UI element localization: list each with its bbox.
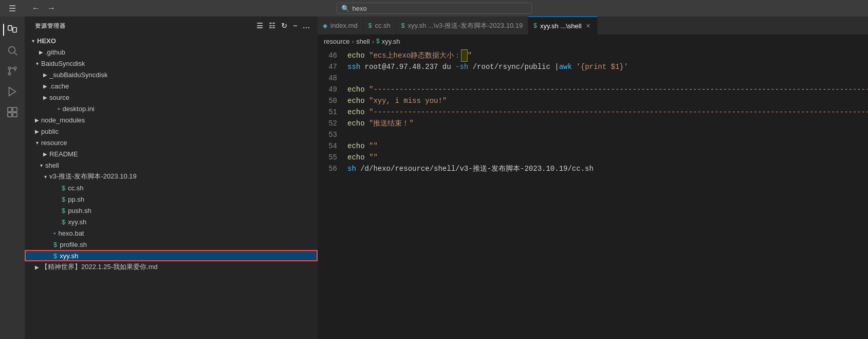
tab-label-xyy-sh-shell: xyy.sh ...\shell bbox=[540, 22, 582, 30]
new-file-icon[interactable]: ☰ bbox=[255, 21, 265, 31]
svg-line-3 bbox=[14, 52, 17, 55]
svg-rect-10 bbox=[8, 113, 12, 117]
tree-item-pp-sh[interactable]: $ pp.sh bbox=[25, 193, 318, 205]
search-text: hexo bbox=[353, 5, 367, 12]
tree-item-cache[interactable]: ▶ .cache bbox=[25, 80, 318, 92]
more-actions-icon[interactable]: ... bbox=[302, 21, 311, 31]
nav-buttons: ← → bbox=[25, 3, 59, 14]
search-box[interactable]: 🔍 hexo bbox=[337, 3, 532, 14]
sidebar: 资源管理器 ☰ ☷ ↻ − ... ▾ HEXO bbox=[25, 16, 318, 339]
tree-item-push-sh[interactable]: $ push.sh bbox=[25, 205, 318, 216]
breadcrumb-xyy-sh[interactable]: xyy.sh bbox=[382, 38, 400, 45]
tree-item-v3-folder[interactable]: ▾ v3-推送-发布脚本-2023.10.19 bbox=[25, 171, 318, 182]
breadcrumb-resource[interactable]: resource bbox=[324, 38, 350, 45]
code-line-54: echo "" bbox=[347, 140, 868, 152]
tree-item-xyy-sh-selected[interactable]: $ xyy.sh bbox=[25, 250, 318, 261]
code-line-52: echo "推送结束！" bbox=[347, 118, 868, 129]
tree-item-public[interactable]: ▶ public bbox=[25, 126, 318, 137]
tab-index-md[interactable]: ◆ index.md bbox=[318, 16, 363, 34]
tree-item-jingshen[interactable]: ▶ 【精神世界】2022.1.25-我如果爱你.md bbox=[25, 261, 318, 273]
sidebar-header: 资源管理器 ☰ ☷ ↻ − ... bbox=[25, 16, 318, 35]
new-folder-icon[interactable]: ☷ bbox=[268, 21, 277, 31]
code-line-48 bbox=[347, 73, 868, 84]
menu-button[interactable]: ☰ bbox=[0, 0, 25, 16]
breadcrumb-shell[interactable]: shell bbox=[356, 38, 370, 45]
tree-item-profile-sh[interactable]: $ profile.sh bbox=[25, 239, 318, 250]
app-wrapper: ☰ ← → 🔍 hexo bbox=[0, 0, 868, 339]
tree-item-baidusyncdisk[interactable]: ▾ BaiduSyncdisk bbox=[25, 58, 318, 69]
back-button[interactable]: ← bbox=[29, 3, 43, 14]
activity-item-extensions[interactable] bbox=[3, 103, 22, 121]
search-icon: 🔍 bbox=[341, 5, 349, 12]
svg-point-4 bbox=[8, 67, 11, 69]
tab-icon-index-md: ◆ bbox=[323, 22, 327, 29]
code-line-56: sh /d/hexo/resource/shell/v3-推送-发布脚本-202… bbox=[347, 163, 868, 174]
svg-rect-11 bbox=[13, 113, 17, 117]
editor-area: 46 47 48 49 50 51 52 53 54 55 56 echo bbox=[318, 48, 868, 339]
tab-cc-sh[interactable]: $ cc.sh bbox=[363, 16, 396, 34]
tree-item-shell[interactable]: ▾ shell bbox=[25, 159, 318, 171]
code-line-46: echo "ecs上hexo静态数据大小： " bbox=[347, 50, 868, 61]
svg-rect-8 bbox=[8, 108, 12, 112]
tree-item-cc-sh[interactable]: $ cc.sh bbox=[25, 182, 318, 193]
tab-icon-cc-sh: $ bbox=[368, 22, 372, 29]
code-line-51: echo "----------------------------------… bbox=[347, 106, 868, 118]
activity-item-run[interactable] bbox=[3, 82, 22, 101]
tree-item-subbaidusyncdisk[interactable]: ▶ _subBaiduSyncdisk bbox=[25, 69, 318, 80]
tab-xyy-sh-v3[interactable]: $ xyy.sh ...\v3-推送-发布脚本-2023.10.19 bbox=[396, 16, 528, 34]
tree-item-desktop-ini[interactable]: ▪ desktop.ini bbox=[25, 103, 318, 114]
tab-xyy-sh-shell[interactable]: $ xyy.sh ...\shell × bbox=[528, 16, 598, 34]
refresh-icon[interactable]: ↻ bbox=[280, 21, 289, 31]
collapse-icon[interactable]: − bbox=[292, 21, 299, 31]
tree-item-node-modules[interactable]: ▶ node_modules bbox=[25, 114, 318, 126]
tree-item-resource[interactable]: ▾ resource bbox=[25, 137, 318, 148]
sidebar-title: 资源管理器 bbox=[35, 22, 66, 30]
tab-label-index-md: index.md bbox=[330, 22, 358, 29]
activity-item-explorer[interactable] bbox=[3, 21, 22, 39]
content-row: 资源管理器 ☰ ☷ ↻ − ... ▾ HEXO bbox=[0, 16, 868, 339]
svg-point-2 bbox=[9, 47, 15, 53]
window-chrome: ☰ ← → 🔍 hexo bbox=[0, 0, 868, 16]
svg-point-6 bbox=[8, 73, 11, 75]
tab-icon-xyy-sh-shell: $ bbox=[533, 22, 537, 29]
tree-item-hexo-bat[interactable]: ▪ hexo.bat bbox=[25, 227, 318, 239]
sidebar-tree: ▾ HEXO ▶ .github ▾ BaiduSyncdisk bbox=[25, 35, 318, 339]
editor-code[interactable]: echo "ecs上hexo静态数据大小： " ssh root@47.97.4… bbox=[343, 48, 868, 339]
sidebar-header-actions: ☰ ☷ ↻ − ... bbox=[255, 21, 311, 31]
breadcrumb: resource › shell › $ xyy.sh bbox=[318, 34, 868, 48]
code-line-50: echo "xyy, i miss you!" bbox=[347, 95, 868, 106]
tab-label-xyy-sh-v3: xyy.sh ...\v3-推送-发布脚本-2023.10.19 bbox=[408, 21, 523, 30]
tree-item-hexo[interactable]: ▾ HEXO bbox=[25, 35, 318, 46]
tree-item-github[interactable]: ▶ .github bbox=[25, 46, 318, 58]
tree-item-source[interactable]: ▶ source bbox=[25, 92, 318, 103]
line-numbers: 46 47 48 49 50 51 52 53 54 55 56 bbox=[318, 48, 343, 339]
svg-rect-1 bbox=[13, 27, 16, 32]
code-line-49: echo "----------------------------------… bbox=[347, 84, 868, 95]
code-line-47: ssh root@47.97.48.237 du -sh /root/rsync… bbox=[347, 61, 868, 73]
tab-bar: ◆ index.md $ cc.sh $ xyy.sh ...\v3-推送-发布… bbox=[318, 16, 868, 34]
tree-item-xyy-sh-sub[interactable]: $ xyy.sh bbox=[25, 216, 318, 227]
activity-bar bbox=[0, 16, 25, 339]
svg-marker-7 bbox=[9, 87, 16, 96]
svg-rect-0 bbox=[8, 26, 12, 30]
tab-label-cc-sh: cc.sh bbox=[375, 22, 390, 29]
forward-button[interactable]: → bbox=[44, 3, 59, 14]
tree-item-readme[interactable]: ▶ README bbox=[25, 148, 318, 159]
tab-close-xyy-sh-shell[interactable]: × bbox=[585, 22, 592, 30]
activity-item-source-control[interactable] bbox=[3, 62, 22, 80]
activity-item-search[interactable] bbox=[3, 41, 22, 60]
svg-rect-9 bbox=[13, 108, 17, 112]
code-line-53 bbox=[347, 129, 868, 140]
tab-icon-xyy-sh-v3: $ bbox=[401, 22, 405, 29]
main-content: ◆ index.md $ cc.sh $ xyy.sh ...\v3-推送-发布… bbox=[318, 16, 868, 339]
code-line-55: echo "" bbox=[347, 152, 868, 163]
